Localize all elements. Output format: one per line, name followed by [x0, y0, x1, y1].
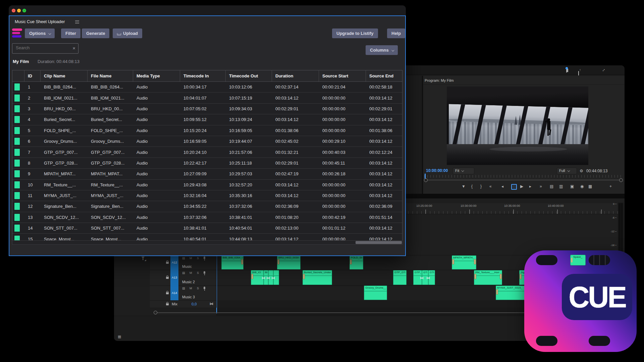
audio-clip[interactable]: GTP_GTP	[393, 270, 407, 285]
table-row[interactable]: 10RM_Texture__...RM_Texture__...Audio10:…	[12, 180, 402, 190]
monitor-scrub-bar[interactable]	[424, 174, 623, 178]
filter-button[interactable]: Filter	[61, 28, 80, 38]
fade-handle[interactable]	[251, 274, 253, 279]
table-row[interactable]: 11MYMA_JUST_...MYMA_JUST_...Audio10:32:1…	[12, 190, 402, 201]
lift-icon[interactable]: ▤	[550, 184, 553, 189]
camera-icon[interactable]: ◉	[580, 184, 584, 189]
wrench-icon[interactable]: ⚙	[580, 169, 583, 173]
type-tool[interactable]: T◢	[142, 256, 145, 261]
stop-button[interactable]	[511, 184, 517, 190]
track-name[interactable]: Music	[182, 264, 192, 268]
generate-button[interactable]: Generate	[82, 28, 109, 38]
track-header-a12[interactable]: A12▤MSMusic	[150, 255, 216, 270]
fade-handle[interactable]	[452, 259, 454, 264]
scrollbar-right-knob[interactable]	[619, 178, 623, 182]
lock-icon[interactable]	[166, 303, 169, 305]
source-patch-icon[interactable]: ▤	[182, 287, 185, 290]
fade-handle[interactable]	[496, 289, 498, 295]
crossfade-icon[interactable]: ⋈	[266, 276, 270, 280]
table-row[interactable]: 5FOLD_SHPE_...FOLD_SHPE_...Audio10:15:20…	[12, 125, 402, 136]
column-header[interactable]: Duration	[272, 70, 319, 81]
track-target-badge[interactable]: A14	[170, 285, 178, 300]
fade-handle[interactable]	[241, 259, 243, 264]
crossfade-icon[interactable]: ⋈	[420, 276, 424, 280]
clear-search-icon[interactable]: ×	[72, 45, 75, 51]
zoom-level-select[interactable]: Fit	[453, 168, 474, 174]
track-header-a13[interactable]: A13▤MSMusic 2	[150, 270, 216, 286]
audio-clip[interactable]: MPATH_MPATH_	[452, 255, 476, 269]
upgrade-button[interactable]: Upgrade to Listify	[332, 28, 378, 38]
mute-button[interactable]: M	[190, 271, 192, 275]
solo-button[interactable]: S	[197, 271, 199, 275]
step-back-icon[interactable]: ◂	[501, 184, 503, 189]
mute-button[interactable]: M	[190, 256, 192, 260]
table-scroll-thumb[interactable]	[356, 241, 402, 244]
snap-icon[interactable]: ▦	[118, 335, 121, 339]
table-row[interactable]: 6Groovy_Drums...Groovy_Drums...Audio10:1…	[12, 136, 402, 147]
extract-icon[interactable]: ▥	[559, 184, 563, 189]
column-header[interactable]: Timecode In	[180, 70, 226, 81]
add-button-icon[interactable]: +	[609, 184, 612, 189]
table-row[interactable]: 3BRU_HKD_00...BRU_HKD_00...Audio10:07:05…	[12, 104, 402, 114]
comparison-view-icon[interactable]: ▩	[588, 184, 592, 189]
track-name[interactable]: Music 3	[182, 295, 195, 299]
table-row[interactable]: 1BIB_BIB_0264...BIB_BIB_0264...Audio10:0…	[12, 82, 402, 93]
current-timecode[interactable]: 10:00:00:00	[426, 168, 448, 173]
fade-handle[interactable]	[474, 259, 476, 264]
table-row[interactable]: 9MPATH_MPAT...MPATH_MPAT...Audio10:27:09…	[12, 169, 402, 179]
go-to-out-icon[interactable]: »	[540, 184, 542, 189]
fade-handle[interactable]	[303, 274, 305, 279]
mac-titlebar[interactable]: × − +	[9, 5, 406, 15]
lock-icon[interactable]	[166, 292, 169, 294]
table-row[interactable]: 8GTP_GTP_028...GTP_GTP_028...Audio10:22:…	[12, 158, 402, 169]
audio-clip[interactable]: BIB_BIB_0264_0	[221, 255, 244, 269]
monitor-playhead[interactable]	[425, 174, 426, 179]
table-row[interactable]: 7GTP_GTP_007...GTP_GTP_007...Audio10:20:…	[12, 147, 402, 158]
mix-track-header[interactable]: Mix 0,0 ⋈	[150, 300, 216, 308]
go-to-in-icon[interactable]: «	[489, 184, 492, 189]
voiceover-record-icon[interactable]	[204, 256, 205, 259]
column-header[interactable]: Source Start	[319, 70, 366, 81]
search-field[interactable]: ×	[12, 43, 78, 54]
audio-clip[interactable]: BRU_HKD_0039	[277, 255, 301, 269]
table-h-scrollbar[interactable]	[12, 240, 402, 245]
column-header[interactable]: ID	[24, 70, 41, 81]
fade-handle[interactable]	[500, 274, 502, 279]
lock-icon[interactable]	[166, 277, 169, 279]
crossfade-icon[interactable]: ⋈	[426, 276, 430, 280]
track-name[interactable]: Music 2	[182, 280, 195, 284]
fade-handle[interactable]	[520, 274, 522, 279]
audio-clip[interactable]: Buried_Secrets_Under	[303, 270, 332, 285]
source-patch-icon[interactable]: ▤	[182, 271, 185, 275]
audio-clip[interactable]: RM_Texture___Horr	[474, 270, 502, 285]
columns-button[interactable]: Columns	[366, 45, 398, 55]
fade-handle[interactable]	[277, 259, 279, 264]
export-frame-icon[interactable]: ▣	[570, 184, 574, 189]
fade-handle[interactable]	[474, 274, 476, 279]
column-header[interactable]: File Name	[88, 70, 133, 81]
fullscreen-icon[interactable]: ↔	[601, 68, 605, 72]
play-icon[interactable]: ▶	[520, 184, 523, 189]
mute-button[interactable]: M	[190, 287, 192, 290]
column-header[interactable]: Media Type	[133, 70, 180, 81]
solo-button[interactable]: S	[197, 287, 199, 290]
audio-clip[interactable]: Groovy_Drums__30	[364, 286, 387, 300]
upload-button[interactable]: ↑Upload	[113, 28, 142, 38]
table-row[interactable]: 2BIB_IOM_0021...BIB_IOM_0021...Audio10:0…	[12, 93, 402, 103]
column-header[interactable]: Clip Name	[41, 70, 88, 81]
track-target-badge[interactable]: A12	[170, 255, 178, 270]
solo-button[interactable]: S	[197, 256, 199, 260]
keyframe-nav-icon[interactable]: ⋈	[210, 302, 213, 306]
playback-quality-select[interactable]: Full	[557, 168, 577, 174]
scrollbar-left-knob[interactable]	[424, 178, 428, 182]
column-header[interactable]: Source End	[366, 70, 402, 81]
lock-icon[interactable]	[166, 262, 169, 264]
track-target-badge[interactable]: A13	[170, 270, 178, 285]
mark-out-icon[interactable]: }	[480, 184, 482, 189]
crossfade-icon[interactable]: ⋈	[262, 276, 265, 280]
step-forward-icon[interactable]: ▸	[529, 184, 531, 189]
timeline-scroll-left-knob[interactable]	[154, 311, 157, 314]
share-icon[interactable]: ↑	[578, 71, 579, 75]
mix-volume-value[interactable]: 0,0	[192, 302, 197, 306]
search-input[interactable]	[15, 45, 67, 51]
